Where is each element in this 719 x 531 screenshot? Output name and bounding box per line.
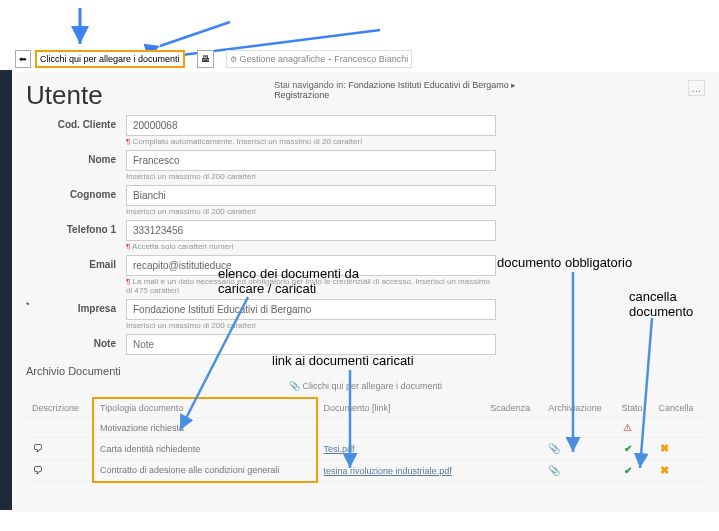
col-tipologia: Tipologia documento <box>93 398 316 418</box>
page-title: Utente <box>26 80 103 111</box>
archive-title: Archivio Documenti <box>12 359 719 377</box>
cell-tipologia: Contratto di adesione alle condizioni ge… <box>93 460 316 482</box>
documents-table: Descrizione Tipologia documento Document… <box>26 397 705 483</box>
label-email: Email <box>26 255 126 270</box>
table-row: Motivazione richiesta ⚠ <box>26 418 705 438</box>
check-icon: ✔ <box>622 465 634 476</box>
label-cognome: Cognome <box>26 185 126 200</box>
label-impresa: Impresa <box>26 299 126 314</box>
hint-cod-cliente: Compilato automaticamente. Inserisci un … <box>133 137 362 146</box>
input-nome[interactable] <box>126 150 496 171</box>
comment-icon[interactable]: 🗩 <box>32 465 44 476</box>
input-impresa[interactable] <box>126 299 496 320</box>
attach-documents-button[interactable]: Clicchi qui per allegare i documenti <box>35 50 185 68</box>
warning-icon: ⚠ <box>622 422 634 433</box>
delete-icon[interactable]: ✖ <box>658 442 670 455</box>
input-email[interactable] <box>126 255 496 276</box>
document-link[interactable]: tesina rivoluzione industriale.pdf <box>324 466 452 476</box>
print-button[interactable]: 🖶 <box>197 50 214 68</box>
more-button[interactable]: ... <box>688 80 705 96</box>
back-icon: ⬅ <box>19 54 27 64</box>
delete-icon[interactable]: ✖ <box>658 464 670 477</box>
breadcrumb-prefix: Stai navigando in: <box>274 80 346 90</box>
hint-impresa: Inserisci un massimo di 200 caratteri <box>126 321 496 330</box>
back-button[interactable]: ⬅ <box>15 50 31 68</box>
paperclip-icon[interactable]: 📎 <box>548 443 560 454</box>
cell-tipologia: Motivazione richiesta <box>93 418 316 438</box>
col-scadenza: Scadenza <box>484 398 542 418</box>
col-documento: Documento [link] <box>317 398 485 418</box>
left-rail <box>0 70 12 510</box>
required-marker: * <box>26 300 30 310</box>
breadcrumb-step[interactable]: Registrazione <box>274 90 516 100</box>
check-icon: ✔ <box>622 443 634 454</box>
hint-telefono: Accetta solo caratteri numeri <box>132 242 233 251</box>
svg-line-1 <box>160 22 230 46</box>
context-section: Gestione anagrafiche <box>240 54 326 64</box>
table-header-row: Descrizione Tipologia documento Document… <box>26 398 705 418</box>
hint-cognome: Inserisci un massimo di 200 caratteri <box>126 207 496 216</box>
context-chip: ⚙ Gestione anagrafiche - Francesco Bianc… <box>226 50 413 68</box>
label-nome: Nome <box>26 150 126 165</box>
col-cancella: Cancella <box>652 398 705 418</box>
paperclip-icon: 📎 <box>289 381 300 391</box>
print-icon: 🖶 <box>201 54 210 64</box>
col-archiviazione: Archiviazione <box>542 398 615 418</box>
attach-link-center[interactable]: 📎 Clicchi qui per allegare i documenti <box>12 377 719 397</box>
hint-nome: Inserisci un massimo di 200 caratteri <box>126 172 496 181</box>
comment-icon[interactable]: 🗩 <box>32 443 44 454</box>
col-descrizione: Descrizione <box>26 398 93 418</box>
paperclip-icon[interactable]: 📎 <box>548 465 560 476</box>
col-stato: Stato <box>616 398 653 418</box>
document-link[interactable]: Tesi.pdf <box>324 444 355 454</box>
input-telefono[interactable] <box>126 220 496 241</box>
breadcrumb: Stai navigando in: Fondazione Istituti E… <box>274 80 516 100</box>
breadcrumb-org[interactable]: Fondazione Istituti Educativi di Bergamo <box>348 80 509 90</box>
hint-email: La mail è un dato necessario ed obbligat… <box>126 277 490 295</box>
context-user: Francesco Bianchi <box>334 54 408 64</box>
label-telefono: Telefono 1 <box>26 220 126 235</box>
input-cognome[interactable] <box>126 185 496 206</box>
table-row: 🗩 Contratto di adesione alle condizioni … <box>26 460 705 482</box>
label-note: Note <box>26 334 126 349</box>
input-note[interactable] <box>126 334 496 355</box>
input-cod-cliente[interactable] <box>126 115 496 136</box>
label-cod-cliente: Cod. Cliente <box>26 115 126 130</box>
table-row: 🗩 Carta identità richiedente Tesi.pdf 📎 … <box>26 438 705 460</box>
cell-tipologia: Carta identità richiedente <box>93 438 316 460</box>
